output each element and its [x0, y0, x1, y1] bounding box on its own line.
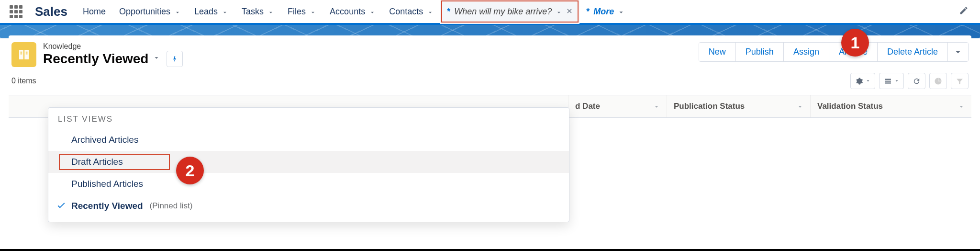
col-date[interactable]: d Date	[575, 102, 600, 111]
nav-accounts-label: Accounts	[330, 7, 365, 17]
pin-listview-button[interactable]	[167, 51, 183, 67]
nav-more[interactable]: * More	[579, 0, 631, 24]
chevron-down-icon[interactable]	[174, 8, 181, 15]
action-button-group: New Publish Assign Archive Delete Articl…	[699, 42, 969, 62]
chevron-down-icon[interactable]	[797, 103, 803, 110]
callout-1: 1	[841, 29, 869, 57]
unsaved-indicator-icon: *	[447, 7, 450, 17]
nav-more-label: More	[593, 7, 614, 17]
listview-recently-viewed[interactable]: Recently Viewed (Pinned list)	[48, 195, 569, 217]
listview-item-label: Recently Viewed	[71, 201, 143, 211]
chevron-down-icon[interactable]	[310, 8, 316, 15]
nav-opportunities-label: Opportunities	[119, 7, 170, 17]
footer-line	[0, 249, 980, 251]
chevron-down-icon	[894, 77, 899, 85]
listview-item-label: Archived Articles	[71, 135, 138, 145]
chevron-down-icon[interactable]	[427, 8, 434, 15]
chevron-down-icon[interactable]	[267, 8, 274, 15]
new-button[interactable]: New	[699, 43, 736, 61]
app-launcher-icon[interactable]	[9, 4, 23, 19]
knowledge-icon	[11, 42, 36, 67]
chevron-down-icon[interactable]	[222, 8, 228, 15]
publish-button[interactable]: Publish	[736, 43, 784, 61]
more-actions-button[interactable]	[948, 43, 968, 61]
listview-switcher[interactable]	[149, 53, 164, 65]
filter-button[interactable]	[951, 73, 969, 89]
callout-2: 2	[176, 157, 204, 184]
nav-home[interactable]: Home	[76, 0, 112, 24]
close-tab-icon[interactable]	[566, 7, 573, 17]
chevron-down-icon[interactable]	[653, 103, 660, 110]
edit-nav-icon[interactable]	[959, 6, 969, 17]
col-publication-status[interactable]: Publication Status	[674, 102, 745, 111]
nav-files[interactable]: Files	[281, 0, 323, 24]
display-as-button[interactable]	[879, 73, 904, 89]
nav-active-tab[interactable]: * When will my bike arrive?	[440, 0, 579, 24]
delete-article-button[interactable]: Delete Article	[878, 43, 948, 61]
nav-tasks-label: Tasks	[242, 7, 264, 17]
chevron-down-icon[interactable]	[958, 103, 965, 110]
nav-leads[interactable]: Leads	[188, 0, 235, 24]
listview-archived-articles[interactable]: Archived Articles	[48, 129, 569, 151]
nav-contacts-label: Contacts	[389, 7, 423, 17]
nav-accounts[interactable]: Accounts	[323, 0, 382, 24]
listview-item-label: Draft Articles	[71, 157, 123, 167]
nav-leads-label: Leads	[194, 7, 218, 17]
nav-tasks[interactable]: Tasks	[235, 0, 281, 24]
list-settings-button[interactable]	[850, 73, 875, 89]
item-count: 0 items	[11, 77, 36, 85]
col-validation-status[interactable]: Validation Status	[817, 102, 883, 111]
check-icon	[56, 201, 67, 211]
unsaved-indicator-icon: *	[586, 7, 590, 17]
nav-home-label: Home	[83, 7, 106, 17]
listview-dropdown: LIST VIEWS Archived Articles Draft Artic…	[48, 107, 569, 222]
app-name: Sales	[35, 4, 67, 19]
chevron-down-icon	[866, 77, 870, 85]
nav-contacts[interactable]: Contacts	[382, 0, 440, 24]
caret-down-icon[interactable]	[618, 8, 624, 15]
refresh-button[interactable]	[908, 73, 925, 89]
chevron-down-icon[interactable]	[369, 8, 376, 15]
listview-draft-articles[interactable]: Draft Articles	[48, 151, 569, 173]
nav-files-label: Files	[288, 7, 306, 17]
global-nav: Sales Home Opportunities Leads Tasks Fil…	[0, 0, 980, 25]
chart-button[interactable]	[929, 73, 947, 89]
object-label: Knowledge	[43, 42, 183, 51]
listview-title: Recently Viewed	[43, 51, 148, 67]
nav-opportunities[interactable]: Opportunities	[112, 0, 188, 24]
dropdown-heading: LIST VIEWS	[48, 108, 569, 129]
listview-item-label: Published Articles	[71, 179, 143, 189]
assign-button[interactable]: Assign	[784, 43, 829, 61]
nav-active-tab-label: When will my bike arrive?	[454, 7, 552, 17]
chevron-down-icon[interactable]	[556, 8, 562, 15]
listview-published-articles[interactable]: Published Articles	[48, 173, 569, 195]
pinned-note: (Pinned list)	[150, 201, 193, 211]
